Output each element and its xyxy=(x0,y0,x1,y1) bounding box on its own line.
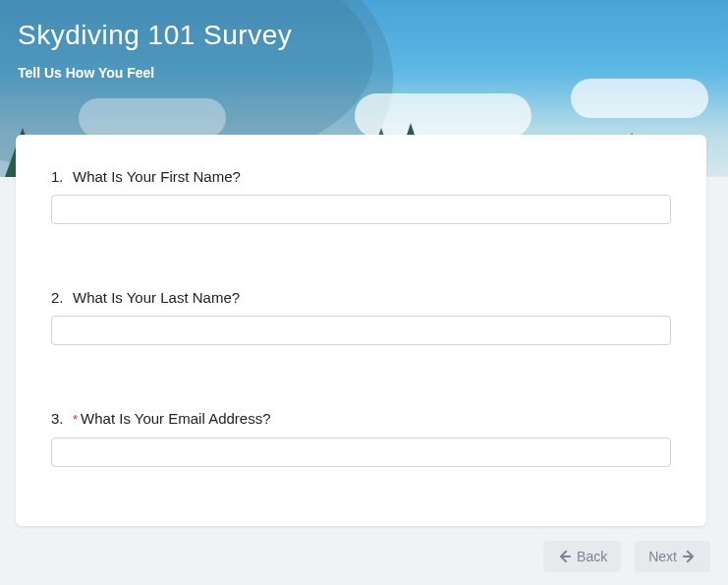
email-input[interactable] xyxy=(51,438,671,467)
question-label: What Is Your Email Address? xyxy=(81,410,270,427)
required-indicator: * xyxy=(73,412,78,427)
question-header: 2. What Is Your Last Name? xyxy=(51,289,671,306)
back-button-label: Back xyxy=(577,549,607,564)
back-button[interactable]: Back xyxy=(543,541,621,572)
question-number: 2. xyxy=(51,289,73,306)
question-3: 3. *What Is Your Email Address? xyxy=(51,410,671,467)
first-name-input[interactable] xyxy=(51,195,671,224)
question-2: 2. What Is Your Last Name? xyxy=(51,289,671,345)
cloud-decoration xyxy=(79,98,226,138)
survey-subtitle: Tell Us How You Feel xyxy=(18,65,710,81)
question-label: What Is Your Last Name? xyxy=(73,289,240,306)
next-button[interactable]: Next xyxy=(635,541,710,572)
question-number: 1. xyxy=(51,168,73,185)
next-button-label: Next xyxy=(648,549,677,564)
question-number: 3. xyxy=(51,410,73,427)
arrow-right-icon xyxy=(683,550,697,563)
survey-title: Skydiving 101 Survey xyxy=(18,20,710,51)
question-header: 1. What Is Your First Name? xyxy=(51,168,671,185)
navigation-footer: Back Next xyxy=(543,541,710,572)
arrow-left-icon xyxy=(557,550,571,563)
last-name-input[interactable] xyxy=(51,316,671,345)
question-label: What Is Your First Name? xyxy=(73,168,241,185)
survey-header: Skydiving 101 Survey Tell Us How You Fee… xyxy=(0,0,728,92)
survey-card: 1. What Is Your First Name? 2. What Is Y… xyxy=(16,135,706,526)
question-1: 1. What Is Your First Name? xyxy=(51,168,671,224)
question-header: 3. *What Is Your Email Address? xyxy=(51,410,671,428)
